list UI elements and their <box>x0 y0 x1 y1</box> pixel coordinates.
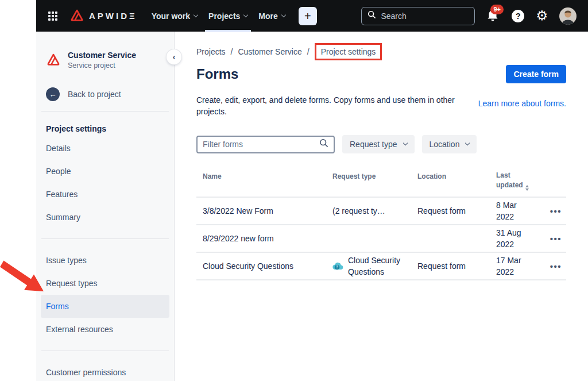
chevron-down-icon <box>465 141 470 145</box>
form-request-type: Cloud Security Questions <box>348 255 405 278</box>
row-actions-menu-button[interactable]: ••• <box>550 261 562 271</box>
table-row: Cloud Security Questions ? Cloud Securit… <box>196 252 566 279</box>
nav-more[interactable]: More <box>258 0 285 32</box>
chevron-down-icon <box>403 141 407 145</box>
search-icon <box>368 10 376 21</box>
form-name-link[interactable]: 8/29/2022 new form <box>203 234 274 243</box>
sidebar-item-external-resources[interactable]: External resources <box>41 318 169 341</box>
form-location: Request form <box>417 261 466 271</box>
form-name-link[interactable]: 3/8/2022 New Form <box>203 206 273 215</box>
row-actions-menu-button[interactable]: ••• <box>550 234 562 244</box>
apwide-logo-mark-icon <box>69 8 84 24</box>
nav-your-work-label: Your work <box>152 11 190 21</box>
nav-more-label: More <box>258 11 277 21</box>
chevron-down-icon <box>194 12 198 17</box>
sidebar-item-features[interactable]: Features <box>41 183 169 206</box>
breadcrumb-separator: / <box>307 47 310 56</box>
table-row: 8/29/2022 new form 31 Aug 2022 ••• <box>196 224 566 252</box>
project-header: Customer Service Service project <box>46 51 169 70</box>
form-last-updated: 8 Mar 2022 <box>496 199 528 222</box>
project-name: Customer Service <box>68 51 136 60</box>
column-header-request-type: Request type <box>332 172 376 180</box>
column-header-last-updated[interactable]: Last updated <box>496 171 532 191</box>
notification-count-badge: 9+ <box>490 5 504 14</box>
create-form-button[interactable]: Create form <box>506 65 566 83</box>
row-actions-menu-button[interactable]: ••• <box>550 206 562 216</box>
sidebar-item-request-types[interactable]: Request types <box>41 272 169 295</box>
chevron-down-icon <box>243 12 248 17</box>
project-settings-sidebar: ‹ Customer Service Service project ← Bac… <box>36 32 175 381</box>
top-navigation-bar: APWIDΞ Your work Projects More + <box>36 0 588 32</box>
form-request-type: (2 request ty… <box>332 206 385 215</box>
column-header-location: Location <box>417 172 446 180</box>
sidebar-collapse-button[interactable]: ‹ <box>167 49 181 64</box>
help-button[interactable]: ? <box>512 10 524 22</box>
sidebar-divider <box>41 111 169 111</box>
create-plus-button[interactable]: + <box>299 7 317 25</box>
form-name-link[interactable]: Cloud Security Questions <box>203 261 293 271</box>
apwide-logo[interactable]: APWIDΞ <box>69 8 137 24</box>
table-header-row: Name Request type Location Last updated <box>196 167 566 197</box>
nav-your-work[interactable]: Your work <box>152 0 198 32</box>
breadcrumb-project-settings-highlighted[interactable]: Project settings <box>315 43 382 60</box>
sidebar-item-customer-permissions[interactable]: Customer permissions <box>41 361 169 381</box>
forms-table: Name Request type Location Last updated … <box>196 167 566 280</box>
breadcrumb-projects[interactable]: Projects <box>196 47 226 56</box>
sidebar-divider <box>41 351 169 351</box>
filter-forms-input[interactable] <box>203 140 319 149</box>
breadcrumb-customer-service[interactable]: Customer Service <box>238 47 301 56</box>
filter-forms-box[interactable] <box>196 136 335 153</box>
table-row: 3/8/2022 New Form (2 request ty… Request… <box>196 197 566 224</box>
form-last-updated: 31 Aug 2022 <box>496 227 528 250</box>
global-search-box[interactable] <box>361 7 475 25</box>
notifications-button[interactable]: 9+ <box>486 9 500 24</box>
project-logo-icon <box>46 52 61 68</box>
sidebar-divider <box>41 238 169 239</box>
chevron-down-icon <box>281 12 286 17</box>
form-location: Request form <box>417 206 466 215</box>
apwide-logo-text: APWIDΞ <box>89 11 137 21</box>
request-type-filter-label: Request type <box>350 140 397 149</box>
cloud-question-icon: ? <box>332 261 343 272</box>
sidebar-item-issue-types[interactable]: Issue types <box>41 249 169 272</box>
settings-gear-icon[interactable]: ⚙ <box>536 9 548 22</box>
sidebar-item-summary[interactable]: Summary <box>41 206 169 229</box>
back-to-project-label: Back to project <box>68 90 121 99</box>
svg-text:?: ? <box>336 265 338 269</box>
search-icon <box>319 138 328 150</box>
main-content: Projects / Customer Service / Project se… <box>175 32 588 381</box>
sidebar-item-forms[interactable]: Forms <box>41 295 169 318</box>
sidebar-item-people[interactable]: People <box>41 160 169 183</box>
sidebar-item-details[interactable]: Details <box>41 137 169 160</box>
location-filter-dropdown[interactable]: Location <box>422 135 477 153</box>
annotation-arrow <box>0 259 49 299</box>
breadcrumb: Projects / Customer Service / Project se… <box>196 43 566 60</box>
back-arrow-icon: ← <box>46 87 60 101</box>
column-header-name: Name <box>203 172 222 180</box>
page-description: Create, edit, export, and delete forms. … <box>196 94 473 117</box>
sort-icon[interactable] <box>525 185 529 191</box>
breadcrumb-separator: / <box>231 47 233 56</box>
nav-projects-label: Projects <box>208 11 240 21</box>
location-filter-label: Location <box>430 140 460 149</box>
global-search-input[interactable] <box>381 11 485 21</box>
project-type: Service project <box>68 61 136 70</box>
nav-projects[interactable]: Projects <box>208 0 247 32</box>
app-switcher-icon[interactable] <box>48 11 57 21</box>
learn-more-link[interactable]: Learn more about forms. <box>478 99 566 117</box>
form-last-updated: 17 Mar 2022 <box>496 255 528 278</box>
back-to-project-link[interactable]: ← Back to project <box>46 87 169 101</box>
sidebar-section-title: Project settings <box>41 121 169 137</box>
page-title: Forms <box>196 66 238 82</box>
user-avatar[interactable] <box>559 7 577 25</box>
request-type-filter-dropdown[interactable]: Request type <box>342 135 415 153</box>
